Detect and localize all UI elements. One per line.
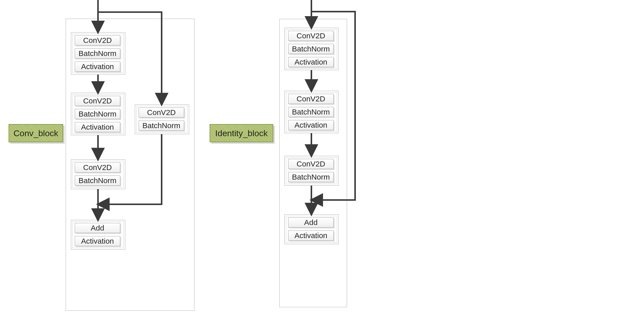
id-g3-conv2d-text: ConV2D xyxy=(296,160,325,168)
identity-block-label-text: Identity_block xyxy=(215,128,268,138)
conv-sc-conv2d: ConV2D xyxy=(139,107,184,118)
id-g1-conv2d: ConV2D xyxy=(288,31,334,41)
conv-g4-act-text: Activation xyxy=(81,237,114,245)
id-g2-bn-text: BatchNorm xyxy=(292,108,330,116)
conv-g2-conv2d-text: ConV2D xyxy=(83,97,112,105)
conv-g4-add-text: Add xyxy=(91,224,104,232)
conv-g2-act: Activation xyxy=(75,122,120,132)
conv-g1-act: Activation xyxy=(75,62,120,72)
id-g1-act: Activation xyxy=(288,57,334,67)
conv-g3-bn-text: BatchNorm xyxy=(79,176,116,185)
conv-g4-act: Activation xyxy=(75,236,120,246)
conv-g1-act-text: Activation xyxy=(81,62,114,71)
id-g2-conv2d: ConV2D xyxy=(288,94,334,104)
conv-g1-bn-text: BatchNorm xyxy=(79,49,116,58)
id-g1-act-text: Activation xyxy=(294,58,327,66)
conv-g2-act-text: Activation xyxy=(81,123,114,131)
id-g1-bn-text: BatchNorm xyxy=(292,45,330,53)
conv-sc-bn-text: BatchNorm xyxy=(142,121,180,130)
id-g3-bn: BatchNorm xyxy=(288,172,334,182)
conv-g3-conv2d-text: ConV2D xyxy=(83,163,112,172)
conv-g1-conv2d: ConV2D xyxy=(75,35,120,45)
id-g1-conv2d-text: ConV2D xyxy=(296,32,325,40)
conv-g1-conv2d-text: ConV2D xyxy=(83,36,112,45)
conv-g2-bn-text: BatchNorm xyxy=(79,110,116,118)
id-g2-act: Activation xyxy=(288,120,334,130)
id-g4-act: Activation xyxy=(288,231,334,241)
identity-block-label: Identity_block xyxy=(210,124,273,142)
id-g4-add: Add xyxy=(288,217,334,227)
conv-g3-bn: BatchNorm xyxy=(75,176,120,186)
id-g1-bn: BatchNorm xyxy=(288,44,334,54)
id-g4-act-text: Activation xyxy=(294,231,327,240)
conv-g1-bn: BatchNorm xyxy=(75,48,120,59)
conv-g3-conv2d: ConV2D xyxy=(75,162,120,173)
conv-g2-bn: BatchNorm xyxy=(75,109,120,119)
id-g2-bn: BatchNorm xyxy=(288,107,334,117)
id-g2-conv2d-text: ConV2D xyxy=(296,95,325,103)
conv-sc-bn: BatchNorm xyxy=(139,121,184,131)
id-g2-act-text: Activation xyxy=(294,121,327,129)
id-g3-conv2d: ConV2D xyxy=(288,159,334,169)
conv-block-label: Conv_block xyxy=(9,124,63,142)
conv-block-label-text: Conv_block xyxy=(13,128,58,138)
conv-g4-add: Add xyxy=(75,223,120,233)
conv-sc-conv2d-text: ConV2D xyxy=(147,108,176,117)
id-g3-bn-text: BatchNorm xyxy=(292,173,330,181)
conv-g2-conv2d: ConV2D xyxy=(75,96,120,106)
id-g4-add-text: Add xyxy=(304,218,317,227)
diagram-canvas: Conv_block ConV2D BatchNorm Activation C… xyxy=(0,0,644,315)
